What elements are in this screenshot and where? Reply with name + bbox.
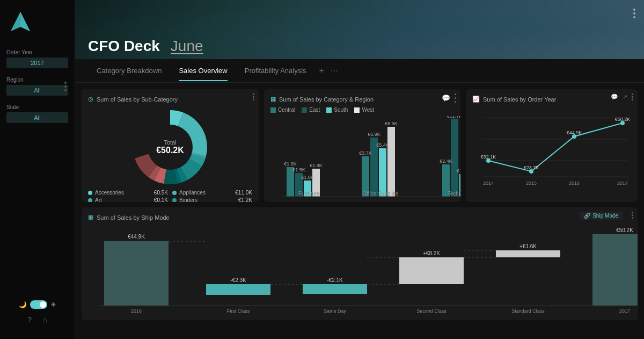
- bar-chart-title: ▦ Sum of Sales by Category & Region: [270, 96, 454, 103]
- svg-text:€23.7K: €23.7K: [524, 165, 539, 170]
- toggle-knob: [40, 301, 46, 308]
- legend-value: €0.5K: [154, 190, 168, 196]
- svg-text:€50.2K: €50.2K: [616, 227, 633, 233]
- donut-chart-card: ◎ Sum of Sales by Sub-Category: [82, 89, 259, 202]
- legend-dot: [172, 191, 177, 195]
- link-icon: 🔗: [584, 213, 590, 219]
- legend-dot: [88, 191, 92, 195]
- bar-legend-label: South: [334, 107, 348, 113]
- svg-text:€44.9K: €44.9K: [567, 130, 582, 135]
- line-chart-icon: 📈: [472, 96, 480, 103]
- tabs-bar: Category BreakdownSales OverviewProfitab…: [75, 59, 644, 83]
- tab-profitability-analysis[interactable]: Profitability Analysis: [236, 60, 315, 81]
- sun-icon: ☀: [50, 301, 56, 308]
- app-container: Order Year 2017 Region All State All 🌙 ☀…: [0, 0, 644, 339]
- svg-text:-€2.1K: -€2.1K: [327, 277, 343, 283]
- filter-value[interactable]: 2017: [6, 57, 68, 68]
- bar-chart-svg: €1.9K €1.5K €1.0K €1.8K €3.7K €6.9K €5.4…: [270, 116, 460, 197]
- donut-center: Total €50.2K: [156, 139, 184, 155]
- tab-add-button[interactable]: +: [315, 60, 328, 82]
- chat-icon-line[interactable]: 💬: [611, 93, 618, 100]
- svg-rect-76: [592, 234, 638, 306]
- line-card-more[interactable]: [632, 93, 633, 100]
- bar-legend-item: West: [354, 107, 374, 113]
- filter-value[interactable]: All: [6, 85, 68, 96]
- filter-value[interactable]: All: [6, 112, 68, 123]
- legend-item: Binders €1.2K: [172, 197, 252, 202]
- svg-text:€1.9K: €1.9K: [284, 161, 297, 167]
- theme-toggle[interactable]: [30, 300, 47, 309]
- legend-name: Accessories: [95, 190, 151, 196]
- bar-chart-container: €1.9K €1.5K €1.0K €1.8K €3.7K €6.9K €5.4…: [270, 116, 454, 198]
- waterfall-chart-title: ▦ Sum of Sales by Ship Mode: [88, 214, 631, 221]
- svg-text:€6.9K: €6.9K: [368, 132, 380, 137]
- share-icon-line[interactable]: ↗: [623, 93, 627, 100]
- donut-center-value: €50.2K: [156, 146, 184, 155]
- legend-name: Binders: [179, 197, 236, 202]
- more-dot-1: [633, 9, 635, 11]
- donut-card-more[interactable]: [253, 93, 254, 100]
- more-dot: [253, 96, 254, 98]
- svg-text:€5.4K: €5.4K: [376, 142, 389, 148]
- svg-text:Standard Class: Standard Class: [511, 308, 545, 314]
- legend-item: Accessories €0.5K: [88, 190, 168, 196]
- line-chart-title: 📈 Sum of Sales by Order Year: [472, 96, 631, 103]
- bar-card-more[interactable]: [455, 93, 456, 103]
- sidebar-filters: Order Year 2017 Region All State All: [0, 45, 75, 127]
- more-dot-2: [633, 12, 635, 15]
- theme-toggle-row[interactable]: 🌙 ☀: [19, 300, 56, 309]
- line-chart-svg: €32.1K €23.7K €44.9K €50.2K 2014 2015 20…: [472, 107, 633, 187]
- svg-marker-1: [20, 12, 30, 31]
- sidebar-dots: [64, 82, 67, 91]
- svg-rect-60: [104, 241, 169, 306]
- tabs-container: Category BreakdownSales OverviewProfitab…: [88, 60, 315, 81]
- logo-icon: [9, 11, 32, 34]
- ship-mode-badge: 🔗 Ship Mode: [580, 212, 623, 220]
- waterfall-chart-card: ▦ Sum of Sales by Ship Mode 🔗 Ship Mode: [82, 207, 638, 320]
- legend-dot: [88, 198, 92, 203]
- waterfall-more[interactable]: [632, 212, 633, 219]
- chat-icon[interactable]: 💬: [442, 94, 450, 102]
- app-subtitle: June: [171, 38, 203, 55]
- sidebar-logo: [0, 6, 75, 45]
- moon-icon: 🌙: [19, 301, 27, 308]
- svg-text:€3.7K: €3.7K: [359, 150, 372, 156]
- line-chart-actions: 💬 ↗: [611, 93, 633, 100]
- tab-more-button[interactable]: ⋯: [328, 60, 340, 82]
- bar-chart-actions: 💬: [442, 93, 456, 103]
- home-icon[interactable]: ⌂: [42, 315, 47, 324]
- main-content: CFO Deck June Category BreakdownSales Ov…: [75, 0, 644, 339]
- filter-label: Region: [6, 77, 68, 83]
- svg-rect-33: [451, 119, 458, 197]
- header: CFO Deck June: [75, 0, 644, 59]
- svg-text:2016: 2016: [131, 308, 142, 314]
- donut-chart-title-icon: ◎: [88, 96, 93, 103]
- svg-text:2017: 2017: [617, 181, 628, 186]
- legend-value: €1.2K: [238, 197, 252, 202]
- bar-legend-item: Central: [270, 107, 295, 113]
- waterfall-chart-icon: ▦: [88, 214, 93, 221]
- header-title-area: CFO Deck June: [88, 38, 203, 59]
- svg-text:€44.9K: €44.9K: [128, 234, 145, 240]
- sidebar-filter-region: Region All: [0, 73, 75, 100]
- legend-name: Art: [95, 197, 151, 202]
- svg-text:€1.8K: €1.8K: [310, 163, 323, 168]
- bar-legend-item: South: [326, 107, 348, 113]
- tab-category-breakdown[interactable]: Category Breakdown: [88, 60, 170, 81]
- svg-rect-65: [303, 284, 367, 294]
- filter-label: State: [6, 104, 68, 110]
- tab-sales-overview[interactable]: Sales Overview: [170, 60, 236, 81]
- svg-text:First Class: First Class: [227, 308, 250, 314]
- bar-legend-color: [326, 107, 332, 113]
- svg-text:2015: 2015: [526, 181, 537, 186]
- donut-chart-title: ◎ Sum of Sales by Sub-Category: [88, 96, 252, 103]
- svg-text:2014: 2014: [483, 181, 494, 186]
- bar-legend-label: Central: [278, 107, 295, 113]
- svg-text:€1.5K: €1.5K: [457, 168, 460, 174]
- svg-rect-62: [206, 284, 270, 295]
- svg-rect-27: [387, 127, 395, 197]
- sidebar-filter-state: State All: [0, 100, 75, 127]
- line-chart-card: 📈 Sum of Sales by Order Year 💬 ↗: [466, 89, 638, 202]
- header-more-button[interactable]: [633, 9, 635, 18]
- help-icon[interactable]: ?: [27, 315, 32, 324]
